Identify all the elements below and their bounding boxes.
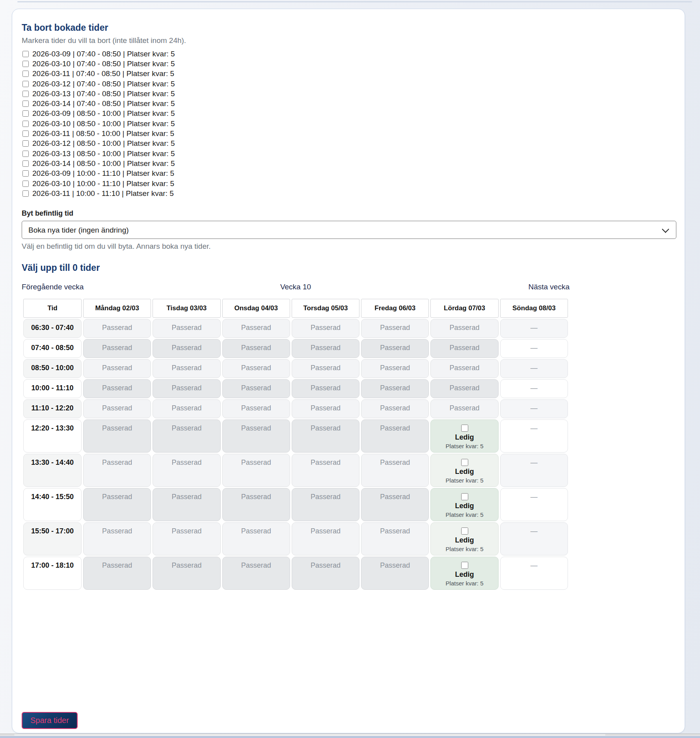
- swap-select[interactable]: Boka nya tider (ingen ändring): [22, 221, 676, 239]
- slot-free-checkbox[interactable]: [461, 493, 468, 500]
- remove-slot-item[interactable]: 2026-03-12 | 08:50 - 10:00 | Platser kva…: [22, 139, 675, 149]
- schedule-row: 15:50 - 17:00PasseradPasseradPasseradPas…: [23, 522, 568, 555]
- slot-free-label: Ledig: [431, 502, 497, 511]
- slot-passed: Passerad: [222, 454, 290, 487]
- time-slot-label: 10:00 - 11:10: [23, 379, 82, 398]
- slot-passed: Passerad: [292, 379, 359, 398]
- remove-slot-checkbox[interactable]: [22, 190, 29, 197]
- slot-free-checkbox[interactable]: [461, 459, 468, 466]
- slot-free[interactable]: LedigPlatser kvar: 5: [430, 419, 498, 453]
- slot-free-seats: Platser kvar: 5: [431, 477, 497, 484]
- remove-slot-checkbox[interactable]: [22, 130, 29, 137]
- remove-slot-checkbox[interactable]: [22, 51, 29, 57]
- next-week-link[interactable]: Nästa vecka: [387, 283, 570, 291]
- remove-slot-checkbox[interactable]: [22, 170, 29, 177]
- remove-slot-checkbox[interactable]: [22, 61, 29, 67]
- remove-slot-item[interactable]: 2026-03-14 | 08:50 - 10:00 | Platser kva…: [22, 158, 675, 168]
- remove-slot-label: 2026-03-09 | 10:00 - 11:10 | Platser kva…: [32, 169, 174, 178]
- remove-slot-item[interactable]: 2026-03-09 | 10:00 - 11:10 | Platser kva…: [22, 169, 675, 179]
- slot-passed: Passerad: [222, 557, 290, 590]
- remove-slot-checkbox[interactable]: [22, 181, 29, 187]
- schedule-row: 13:30 - 14:40PasseradPasseradPasseradPas…: [23, 454, 568, 487]
- remove-slot-item[interactable]: 2026-03-13 | 07:40 - 08:50 | Platser kva…: [22, 89, 675, 99]
- slot-free-checkbox[interactable]: [461, 527, 468, 535]
- remove-slot-label: 2026-03-14 | 08:50 - 10:00 | Platser kva…: [32, 159, 175, 168]
- slot-unavailable: —: [500, 339, 568, 358]
- slot-free[interactable]: LedigPlatser kvar: 5: [430, 522, 498, 555]
- slot-free[interactable]: LedigPlatser kvar: 5: [430, 454, 498, 487]
- remove-slot-label: 2026-03-11 | 10:00 - 11:10 | Platser kva…: [32, 189, 174, 198]
- week-nav: Föregående vecka Vecka 10 Nästa vecka: [22, 283, 570, 291]
- slot-passed: Passerad: [430, 379, 498, 398]
- slot-passed: Passerad: [292, 488, 359, 521]
- slot-passed: Passerad: [83, 419, 151, 453]
- slot-passed: Passerad: [361, 359, 429, 378]
- remove-slot-checkbox[interactable]: [22, 151, 29, 157]
- remove-slot-item[interactable]: 2026-03-14 | 07:40 - 08:50 | Platser kva…: [22, 99, 675, 108]
- schedule-row: 07:40 - 08:50PasseradPasseradPasseradPas…: [23, 339, 568, 358]
- slot-free-seats: Platser kvar: 5: [431, 546, 497, 552]
- time-slot-label: 07:40 - 08:50: [23, 339, 82, 358]
- remove-slot-item[interactable]: 2026-03-09 | 07:40 - 08:50 | Platser kva…: [22, 49, 675, 59]
- remove-slot-item[interactable]: 2026-03-10 | 10:00 - 11:10 | Platser kva…: [22, 179, 675, 188]
- slot-passed: Passerad: [83, 359, 151, 378]
- remove-slot-checkbox[interactable]: [22, 101, 29, 107]
- remove-slot-label: 2026-03-09 | 08:50 - 10:00 | Platser kva…: [32, 109, 175, 118]
- slot-passed: Passerad: [430, 319, 498, 338]
- slot-unavailable: —: [500, 454, 568, 487]
- slot-unavailable: —: [500, 522, 568, 555]
- slot-passed: Passerad: [153, 379, 220, 398]
- slot-free-label: Ledig: [431, 468, 497, 476]
- slot-passed: Passerad: [153, 488, 220, 521]
- slot-passed: Passerad: [153, 399, 220, 418]
- remove-slot-item[interactable]: 2026-03-10 | 08:50 - 10:00 | Platser kva…: [22, 119, 675, 129]
- remove-slot-checkbox[interactable]: [22, 121, 29, 127]
- prev-week-link[interactable]: Föregående vecka: [22, 283, 204, 291]
- remove-slot-checkbox[interactable]: [22, 140, 29, 147]
- slot-passed: Passerad: [83, 399, 151, 418]
- slot-passed: Passerad: [292, 339, 359, 358]
- remove-slot-label: 2026-03-13 | 08:50 - 10:00 | Platser kva…: [32, 149, 175, 158]
- remove-slot-item[interactable]: 2026-03-11 | 08:50 - 10:00 | Platser kva…: [22, 129, 675, 138]
- slot-passed: Passerad: [83, 488, 151, 521]
- remove-slot-item[interactable]: 2026-03-09 | 08:50 - 10:00 | Platser kva…: [22, 109, 675, 119]
- schedule-header-row: TidMåndag 02/03Tisdag 03/03Onsdag 04/03T…: [23, 299, 568, 318]
- time-slot-label: 08:50 - 10:00: [23, 359, 82, 378]
- remove-slot-checkbox[interactable]: [22, 91, 29, 97]
- remove-slot-checkbox[interactable]: [22, 81, 29, 87]
- horizontal-scrollbar-thumb[interactable]: [14, 734, 605, 736]
- slot-unavailable: —: [500, 319, 568, 338]
- save-button[interactable]: Spara tider: [22, 712, 78, 729]
- remove-slot-item[interactable]: 2026-03-13 | 08:50 - 10:00 | Platser kva…: [22, 149, 675, 158]
- slot-passed: Passerad: [83, 522, 151, 555]
- slot-free-checkbox[interactable]: [461, 562, 468, 569]
- remove-slot-label: 2026-03-10 | 07:40 - 08:50 | Platser kva…: [32, 60, 175, 68]
- remove-slot-checkbox[interactable]: [22, 71, 29, 77]
- slot-free-label: Ledig: [431, 536, 497, 545]
- slot-passed: Passerad: [361, 339, 429, 358]
- remove-slot-label: 2026-03-12 | 08:50 - 10:00 | Platser kva…: [32, 139, 175, 148]
- slot-passed: Passerad: [153, 359, 220, 378]
- day-column-header: Söndag 08/03: [500, 299, 568, 318]
- remove-slot-label: 2026-03-13 | 07:40 - 08:50 | Platser kva…: [32, 89, 175, 98]
- time-slot-label: 15:50 - 17:00: [23, 522, 82, 555]
- slot-passed: Passerad: [361, 379, 429, 398]
- slot-free-checkbox[interactable]: [461, 425, 468, 432]
- slot-passed: Passerad: [83, 454, 151, 487]
- schedule-row: 11:10 - 12:20PasseradPasseradPasseradPas…: [23, 399, 568, 418]
- remove-slot-item[interactable]: 2026-03-11 | 07:40 - 08:50 | Platser kva…: [22, 69, 675, 79]
- day-column-header: Måndag 02/03: [83, 299, 151, 318]
- remove-slot-item[interactable]: 2026-03-12 | 07:40 - 08:50 | Platser kva…: [22, 79, 675, 89]
- remove-slot-label: 2026-03-09 | 07:40 - 08:50 | Platser kva…: [32, 50, 175, 58]
- slot-free[interactable]: LedigPlatser kvar: 5: [430, 488, 498, 521]
- remove-slot-checkbox[interactable]: [22, 110, 29, 117]
- time-slot-label: 12:20 - 13:30: [23, 419, 82, 453]
- remove-slot-checkbox[interactable]: [22, 160, 29, 167]
- remove-slot-item[interactable]: 2026-03-11 | 10:00 - 11:10 | Platser kva…: [22, 188, 675, 198]
- time-slot-label: 06:30 - 07:40: [23, 319, 82, 338]
- slot-free[interactable]: LedigPlatser kvar: 5: [430, 557, 498, 590]
- slot-passed: Passerad: [83, 319, 151, 338]
- slot-passed: Passerad: [83, 379, 151, 398]
- remove-slot-item[interactable]: 2026-03-10 | 07:40 - 08:50 | Platser kva…: [22, 59, 675, 69]
- day-column-header: Lördag 07/03: [430, 299, 498, 318]
